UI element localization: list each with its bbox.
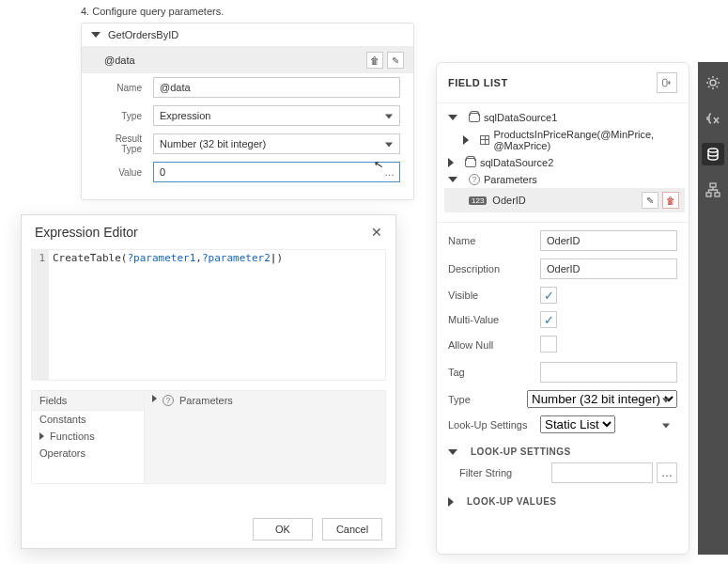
table-icon	[480, 135, 490, 145]
type-badge-number: 123	[469, 196, 487, 205]
svg-rect-7	[715, 193, 720, 196]
result-type-select[interactable]: Number (32 bit integer)	[153, 133, 400, 154]
edit-icon[interactable]: ✎	[387, 52, 404, 69]
filter-string-label: Filter String	[459, 467, 551, 478]
svg-rect-6	[706, 193, 711, 196]
prop-tag-label: Tag	[448, 367, 540, 378]
question-icon: ?	[163, 395, 174, 406]
browser-parameters-label[interactable]: Parameters	[179, 395, 233, 406]
category-operators[interactable]: Operators	[32, 445, 144, 462]
tree-node-ds1[interactable]: sqlDataSource1	[444, 109, 685, 126]
category-constants[interactable]: Constants	[32, 411, 144, 428]
field-list-header: FIELD LIST	[437, 63, 689, 103]
prop-type-select[interactable]: Number (32 bit integer)	[527, 390, 677, 408]
dialog-buttons: OK Cancel	[22, 510, 395, 548]
prop-tag-input[interactable]	[540, 362, 677, 383]
dialog-title: Expression Editor	[35, 225, 138, 240]
close-icon[interactable]: ✕	[371, 225, 382, 240]
svg-point-3	[710, 80, 716, 86]
type-row: Type Expression	[82, 102, 413, 130]
value-row: Value …	[82, 158, 413, 186]
category-functions[interactable]: Functions	[32, 428, 144, 445]
prop-multivalue-checkbox[interactable]: ✓	[540, 311, 557, 328]
function-icon	[705, 111, 720, 126]
browser-categories: Fields Constants Functions Operators	[32, 391, 145, 483]
delete-icon[interactable]: 🗑	[366, 52, 383, 69]
prop-visible-label: Visible	[448, 290, 540, 301]
browser-items: ? Parameters	[145, 391, 385, 483]
prop-name-label: Name	[448, 235, 540, 246]
tree-node-selected-param[interactable]: 123 OderID ✎ 🗑	[444, 188, 685, 212]
tree-node-ds1-child[interactable]: ProductsInPriceRange(@MinPrice, @MaxPric…	[444, 126, 685, 154]
field-list-title: FIELD LIST	[448, 77, 508, 88]
chevron-down-icon	[448, 449, 457, 455]
svg-point-4	[708, 149, 718, 152]
query-name: GetOrdersByID	[108, 29, 178, 40]
tree-node-parameters[interactable]: ? Parameters	[444, 171, 685, 188]
sidebar-fieldlist-tab[interactable]	[702, 143, 724, 165]
prop-name-input[interactable]	[540, 230, 677, 251]
filter-string-input[interactable]	[551, 462, 653, 483]
filter-ellipsis-button[interactable]: …	[657, 462, 677, 483]
selected-param-name: OderID	[492, 195, 525, 206]
query-header[interactable]: GetOrdersByID	[82, 24, 413, 47]
svg-rect-5	[710, 183, 716, 187]
type-label: Type	[95, 111, 153, 121]
prop-allownull-label: Allow Null	[448, 339, 540, 351]
expression-code-area[interactable]: 1 CreateTable(?parameter1,?parameter2|)	[31, 249, 386, 381]
name-input[interactable]	[153, 77, 400, 98]
edit-icon[interactable]: ✎	[642, 192, 658, 209]
data-source-tree: sqlDataSource1 ProductsInPriceRange(@Min…	[437, 103, 689, 223]
chevron-down-icon	[448, 115, 457, 120]
browser-left-header: Fields	[32, 391, 144, 411]
chevron-down-icon	[448, 177, 457, 182]
delete-icon[interactable]: 🗑	[662, 192, 679, 209]
name-label: Name	[95, 83, 153, 93]
sidebar-expressions-tab[interactable]	[702, 107, 724, 130]
prop-lookup-select[interactable]: Static List	[540, 415, 615, 433]
prop-description-input[interactable]	[540, 258, 677, 279]
prop-type-label: Type	[448, 394, 527, 405]
field-list-panel: FIELD LIST sqlDataSource1 ProductsInPric…	[436, 62, 689, 555]
tree-node-ds2[interactable]: sqlDataSource2	[444, 154, 685, 171]
prop-lookup-label: Look-Up Settings	[448, 419, 540, 431]
ok-button[interactable]: OK	[253, 518, 313, 540]
parameter-row: @data 🗑 ✎	[82, 47, 413, 73]
result-type-label: Result Type	[95, 133, 153, 154]
dialog-titlebar: Expression Editor ✕	[22, 215, 395, 249]
expression-editor-dialog: Expression Editor ✕ 1 CreateTable(?param…	[21, 214, 396, 549]
sidebar-properties-tab[interactable]	[702, 71, 724, 94]
chevron-down-icon	[91, 32, 101, 38]
wizard-step-label: 4. Configure query parameters.	[81, 6, 414, 17]
chevron-right-icon	[463, 135, 469, 145]
lookup-settings-header[interactable]: LOOK-UP SETTINGS	[448, 441, 677, 462]
sidebar-report-explorer-tab[interactable]	[702, 179, 724, 201]
tree-icon	[705, 182, 720, 197]
value-input[interactable]	[153, 162, 400, 182]
result-type-row: Result Type Number (32 bit integer)	[82, 130, 413, 158]
chevron-right-icon	[152, 395, 157, 402]
chevron-right-icon	[39, 432, 44, 440]
svg-rect-0	[663, 79, 668, 86]
parameter-name: @data	[104, 55, 135, 66]
type-select[interactable]: Expression	[153, 105, 400, 126]
right-tool-sidebar	[698, 62, 728, 555]
database-icon	[469, 113, 480, 122]
expression-browser: Fields Constants Functions Operators ? P…	[31, 390, 386, 484]
question-icon: ?	[469, 174, 480, 185]
configure-panel: GetOrdersByID @data 🗑 ✎ Name Type Expres…	[81, 23, 414, 200]
lookup-values-header[interactable]: LOOK-UP VALUES	[448, 491, 677, 512]
database-icon	[465, 158, 476, 167]
prop-allownull-checkbox[interactable]	[540, 336, 557, 352]
code-body[interactable]: CreateTable(?parameter1,?parameter2|)	[49, 250, 287, 380]
chevron-right-icon	[448, 158, 454, 167]
cancel-button[interactable]: Cancel	[322, 518, 382, 540]
add-parameter-button[interactable]	[657, 72, 677, 93]
prop-visible-checkbox[interactable]: ✓	[540, 287, 557, 304]
value-label: Value	[95, 167, 153, 178]
configure-query-area: 4. Configure query parameters. GetOrders…	[81, 6, 414, 200]
database-icon	[705, 147, 720, 162]
chevron-right-icon	[448, 497, 454, 507]
prop-description-label: Description	[448, 263, 540, 274]
gear-icon	[705, 75, 720, 90]
